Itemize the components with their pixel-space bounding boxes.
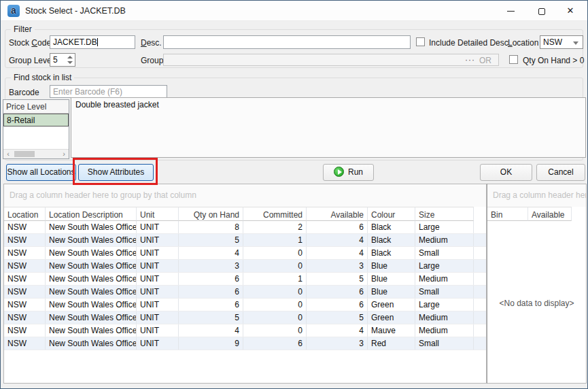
description-panel[interactable]: Double breasted jacket bbox=[71, 97, 586, 158]
table-cell: NSW bbox=[4, 299, 46, 311]
bin-group-by-band[interactable]: Drag a column header here t bbox=[487, 184, 586, 207]
scrollbar-thumb[interactable] bbox=[14, 151, 35, 157]
table-cell: UNIT bbox=[137, 221, 179, 233]
table-cell: 6 bbox=[179, 299, 243, 311]
price-level-header[interactable]: Price Level bbox=[3, 100, 69, 114]
price-level-selected-item[interactable]: 8-Retail bbox=[3, 114, 69, 126]
group-by-band[interactable]: Drag a column header here to group by th… bbox=[4, 184, 486, 207]
table-cell: UNIT bbox=[137, 273, 179, 285]
spinner-arrows-icon[interactable] bbox=[67, 55, 73, 65]
table-row[interactable]: NSWNew South Wales OfficeUNIT404BlackSma… bbox=[4, 247, 486, 260]
table-row[interactable]: NSWNew South Wales OfficeUNIT826BlackLar… bbox=[4, 221, 486, 234]
table-cell: 1 bbox=[243, 234, 307, 246]
table-cell: Black bbox=[368, 234, 415, 246]
close-icon: ✕ bbox=[567, 5, 574, 16]
table-cell: 4 bbox=[307, 324, 368, 337]
table-cell: NSW bbox=[4, 286, 46, 298]
column-header-unit[interactable]: Unit bbox=[137, 207, 179, 221]
table-cell: 0 bbox=[243, 260, 307, 272]
location-select[interactable]: NSW bbox=[540, 35, 583, 49]
desc-input[interactable] bbox=[163, 35, 411, 49]
run-button[interactable]: Run bbox=[323, 164, 374, 181]
table-row[interactable]: NSWNew South Wales OfficeUNIT606BlueSmal… bbox=[4, 286, 486, 299]
table-cell: NSW bbox=[4, 337, 46, 350]
table-row[interactable]: NSWNew South Wales OfficeUNIT514BlackMed… bbox=[4, 234, 486, 247]
table-cell: New South Wales Office bbox=[46, 273, 137, 285]
stock-grid-panel: Drag a column header here to group by th… bbox=[3, 184, 487, 384]
table-cell: 6 bbox=[179, 273, 243, 285]
group-level-stepper[interactable]: 5 bbox=[50, 53, 75, 67]
stock-select-dialog: a Stock Select - JACKET.DB ✕ Filter Stoc… bbox=[0, 0, 588, 389]
table-cell: Black bbox=[368, 247, 415, 259]
column-header-size[interactable]: Size bbox=[415, 207, 474, 221]
cancel-button[interactable]: Cancel bbox=[536, 164, 585, 181]
table-cell: 3 bbox=[307, 337, 368, 350]
table-cell: New South Wales Office bbox=[46, 324, 137, 337]
table-cell: 3 bbox=[179, 260, 243, 272]
table-row[interactable]: NSWNew South Wales OfficeUNIT404MauveMed… bbox=[4, 324, 486, 337]
column-header-bin[interactable]: Bin bbox=[487, 207, 528, 221]
table-cell: UNIT bbox=[137, 247, 179, 259]
table-row[interactable]: NSWNew South Wales OfficeUNIT303BlueLarg… bbox=[4, 260, 486, 273]
table-cell: Blue bbox=[368, 260, 415, 272]
group-level-value: 5 bbox=[53, 55, 58, 65]
table-row[interactable]: NSWNew South Wales OfficeUNIT606GreenLar… bbox=[4, 299, 486, 311]
table-cell: New South Wales Office bbox=[46, 286, 137, 298]
price-level-hscrollbar[interactable]: ‹ › bbox=[3, 149, 69, 158]
include-detailed-desc-checkbox[interactable] bbox=[416, 37, 425, 46]
text-caret bbox=[97, 38, 98, 46]
minimize-button[interactable] bbox=[499, 1, 522, 21]
table-cell: 5 bbox=[179, 234, 243, 246]
column-header-available[interactable]: Available bbox=[307, 207, 368, 221]
include-detailed-desc-label: Include Detailed Desc bbox=[429, 38, 508, 48]
table-cell: New South Wales Office bbox=[46, 260, 137, 272]
table-cell: 6 bbox=[307, 286, 368, 298]
table-cell: New South Wales Office bbox=[46, 299, 137, 311]
table-row[interactable]: NSWNew South Wales OfficeUNIT615BlueMedi… bbox=[4, 273, 486, 286]
show-attributes-button[interactable]: Show Attributes bbox=[78, 164, 154, 181]
column-header-committed[interactable]: Committed bbox=[243, 207, 307, 221]
column-header-location[interactable]: Location bbox=[4, 207, 46, 221]
scroll-left-icon[interactable]: ‹ bbox=[3, 150, 13, 158]
stock-code-input[interactable]: JACKET.DB bbox=[50, 35, 135, 49]
column-header-location-description[interactable]: Location Description bbox=[46, 207, 137, 221]
titlebar: a Stock Select - JACKET.DB ✕ bbox=[1, 1, 587, 21]
table-cell: 1 bbox=[243, 273, 307, 285]
groups-field[interactable]: ··· OR bbox=[163, 54, 499, 66]
table-cell: UNIT bbox=[137, 299, 179, 311]
table-cell: UNIT bbox=[137, 324, 179, 337]
qty-on-hand-label: Qty On Hand > 0 bbox=[523, 56, 584, 65]
bin-grid: BinAvailable bbox=[487, 207, 586, 221]
table-cell: 4 bbox=[179, 324, 243, 337]
barcode-input[interactable] bbox=[50, 85, 167, 98]
table-cell: Medium bbox=[415, 324, 474, 337]
table-cell: New South Wales Office bbox=[46, 337, 137, 350]
stock-grid: LocationLocation DescriptionUnitQty on H… bbox=[4, 207, 486, 350]
browse-ellipsis-button[interactable]: ··· bbox=[465, 55, 475, 65]
qty-on-hand-checkbox[interactable] bbox=[509, 55, 518, 64]
table-cell: NSW bbox=[4, 234, 46, 246]
close-button[interactable]: ✕ bbox=[559, 1, 582, 21]
table-cell: NSW bbox=[4, 260, 46, 272]
ok-button[interactable]: OK bbox=[480, 164, 532, 181]
table-cell: UNIT bbox=[137, 337, 179, 350]
table-cell: Small bbox=[415, 337, 474, 350]
minimize-icon bbox=[507, 11, 515, 12]
scroll-right-icon[interactable]: › bbox=[59, 150, 69, 158]
show-all-locations-button[interactable]: Show all Locations bbox=[6, 164, 76, 181]
chevron-down-icon bbox=[573, 41, 578, 45]
column-header-colour[interactable]: Colour bbox=[368, 207, 415, 221]
table-cell: 3 bbox=[307, 260, 368, 272]
table-cell: 4 bbox=[179, 247, 243, 259]
table-cell: Medium bbox=[415, 234, 474, 246]
table-row[interactable]: NSWNew South Wales OfficeUNIT505GreenMed… bbox=[4, 311, 486, 324]
maximize-button[interactable] bbox=[530, 1, 553, 21]
table-cell: 9 bbox=[179, 337, 243, 350]
table-row[interactable]: NSWNew South Wales OfficeUNIT963RedSmall bbox=[4, 337, 486, 350]
column-header-qty-on-hand[interactable]: Qty on Hand bbox=[179, 207, 243, 221]
table-cell: Medium bbox=[415, 273, 474, 285]
table-cell: 0 bbox=[243, 299, 307, 311]
no-data-message: <No data to display> bbox=[487, 299, 586, 308]
table-cell: 5 bbox=[307, 311, 368, 324]
column-header-available[interactable]: Available bbox=[528, 207, 572, 221]
